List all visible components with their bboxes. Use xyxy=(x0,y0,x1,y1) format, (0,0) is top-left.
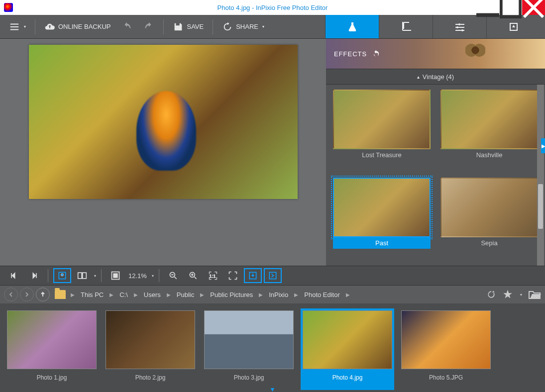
fit-screen-button[interactable] xyxy=(107,268,124,283)
effect-label: Past xyxy=(333,237,431,249)
effect-sepia[interactable]: Sepia xyxy=(440,178,538,261)
effects-tab[interactable] xyxy=(325,15,379,38)
image-canvas[interactable] xyxy=(29,45,298,199)
cloud-upload-icon xyxy=(44,21,55,32)
compare-view-button[interactable] xyxy=(73,268,91,283)
film-label: Photo 1.jpg xyxy=(7,369,97,381)
effects-scrollbar[interactable] xyxy=(537,85,544,266)
view-toolbar: ▾ 12.1% ▾ 1:1 xyxy=(0,266,545,286)
flask-icon xyxy=(346,21,358,33)
zoom-level: 12.1% xyxy=(126,272,149,280)
sliders-icon xyxy=(454,21,466,33)
open-folder-icon[interactable] xyxy=(528,290,541,299)
effect-lost-treasure[interactable]: Lost Treasure xyxy=(333,90,431,173)
nav-up-button[interactable] xyxy=(36,288,50,301)
canvas-area xyxy=(0,39,326,266)
folder-icon xyxy=(55,290,66,299)
titlebar: Photo 4.jpg - InPixio Free Photo Editor xyxy=(0,0,545,15)
film-label: Photo 3.jpg xyxy=(204,369,294,381)
crumb[interactable]: This PC xyxy=(77,291,108,298)
effect-thumb xyxy=(333,90,431,149)
zoom-in-button[interactable] xyxy=(184,268,202,283)
undo-icon xyxy=(121,21,132,32)
window-title: Photo 4.jpg - InPixio Free Photo Editor xyxy=(0,4,545,11)
svg-rect-1 xyxy=(501,0,520,17)
online-backup-label: ONLINE BACKUP xyxy=(58,23,110,30)
zoom-actual-button[interactable]: 1:1 xyxy=(204,268,222,283)
prev-image-button[interactable] xyxy=(5,268,23,283)
share-button[interactable]: SHARE▾ xyxy=(218,18,268,35)
frame-icon xyxy=(508,21,520,33)
window-controls xyxy=(476,0,545,15)
crop-tab[interactable] xyxy=(379,15,433,38)
nav-back-button[interactable] xyxy=(4,288,18,301)
svg-rect-8 xyxy=(83,273,87,279)
effect-thumb xyxy=(333,178,431,237)
svg-rect-0 xyxy=(476,13,499,17)
film-label: Photo 2.jpg xyxy=(106,369,195,381)
nav-forward-button[interactable] xyxy=(20,288,34,301)
effects-header: EFFECTS xyxy=(326,39,545,69)
effect-thumb xyxy=(440,90,538,149)
film-item[interactable]: Photo 3.jpg xyxy=(204,310,294,388)
undo-button[interactable] xyxy=(117,18,136,35)
svg-text:1:1: 1:1 xyxy=(209,274,216,279)
effect-category-bar[interactable]: ▴ Vintage (4) xyxy=(326,69,545,85)
effect-label: Lost Treasure xyxy=(333,149,431,161)
app-icon xyxy=(4,3,13,12)
filmstrip: Photo 1.jpg Photo 2.jpg Photo 3.jpg Phot… xyxy=(0,303,545,392)
effect-label: Sepia xyxy=(440,237,538,249)
effect-thumb xyxy=(440,178,538,237)
film-item[interactable]: Photo 4.jpg xyxy=(301,308,394,390)
crumb[interactable]: InPixio xyxy=(265,291,292,298)
online-backup-button[interactable]: ONLINE BACKUP xyxy=(40,18,114,35)
redo-button[interactable] xyxy=(139,18,158,35)
effect-nashville[interactable]: Nashville xyxy=(440,90,538,173)
zoom-fit-button[interactable] xyxy=(224,268,242,283)
close-button[interactable] xyxy=(522,0,545,15)
svg-point-3 xyxy=(456,26,458,28)
single-view-button[interactable] xyxy=(53,268,71,283)
film-thumb xyxy=(7,310,97,369)
svg-rect-15 xyxy=(269,272,276,279)
zoom-out-button[interactable] xyxy=(164,268,182,283)
svg-point-4 xyxy=(461,29,463,31)
chevron-up-icon: ▴ xyxy=(417,74,420,80)
effect-past[interactable]: Past xyxy=(333,178,431,261)
film-item[interactable]: Photo 5.JPG xyxy=(401,310,491,388)
svg-rect-10 xyxy=(113,274,117,278)
maximize-button[interactable] xyxy=(499,0,522,15)
svg-point-2 xyxy=(458,23,460,25)
crumb[interactable]: Public xyxy=(173,291,198,298)
share-label: SHARE xyxy=(236,23,258,30)
next-image-button[interactable] xyxy=(25,268,43,283)
favorite-icon[interactable] xyxy=(502,289,513,300)
refresh-icon[interactable] xyxy=(486,290,496,299)
filmstrip-collapse-handle[interactable]: ▼ xyxy=(270,386,276,392)
butterfly-decoration xyxy=(465,43,485,58)
save-button[interactable]: SAVE xyxy=(169,18,208,35)
import-button[interactable] xyxy=(244,268,262,283)
svg-rect-7 xyxy=(78,273,82,279)
minimize-button[interactable] xyxy=(476,0,499,15)
svg-point-6 xyxy=(61,274,64,276)
export-button[interactable] xyxy=(264,268,282,283)
effects-grid: Lost Treasure Nashville Past Sepia xyxy=(326,85,545,266)
reset-icon[interactable] xyxy=(372,49,381,58)
crumb[interactable]: Users xyxy=(140,291,165,298)
crumb[interactable]: C:\ xyxy=(115,291,132,298)
effect-label: Nashville xyxy=(440,149,538,161)
film-item[interactable]: Photo 2.jpg xyxy=(106,310,195,388)
film-thumb xyxy=(401,310,491,369)
effect-category-label: Vintage (4) xyxy=(423,73,454,81)
crumb[interactable]: Public Pictures xyxy=(206,291,257,298)
film-thumb xyxy=(303,310,392,369)
film-item[interactable]: Photo 1.jpg xyxy=(7,310,97,388)
crumb[interactable]: Photo Editor xyxy=(300,291,344,298)
save-icon xyxy=(173,21,184,32)
effects-panel: EFFECTS ▴ Vintage (4) Lost Treasure Nash… xyxy=(326,39,545,266)
main-toolbar: ▾ ONLINE BACKUP SAVE SHARE▾ xyxy=(0,15,545,39)
panel-expand-handle[interactable]: ▶ xyxy=(541,138,545,153)
menu-button[interactable]: ▾ xyxy=(5,18,30,35)
film-thumb xyxy=(204,310,294,369)
